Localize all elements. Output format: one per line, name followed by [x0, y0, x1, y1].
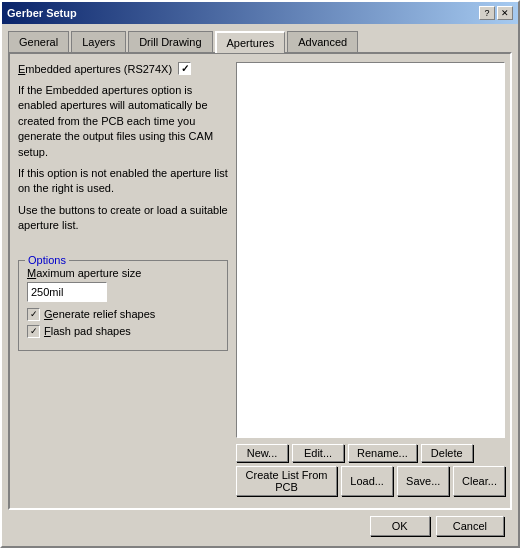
- generate-relief-checkmark: ✓: [30, 309, 38, 319]
- button-row-1: New... Edit... Rename... Delete: [236, 444, 505, 462]
- delete-button[interactable]: Delete: [421, 444, 473, 462]
- flash-pad-checkmark: ✓: [30, 326, 38, 336]
- title-bar-buttons: ? ✕: [479, 6, 513, 20]
- max-aperture-input[interactable]: [27, 282, 107, 302]
- clear-button[interactable]: Clear...: [453, 466, 505, 496]
- embedded-checkmark: ✓: [181, 63, 189, 74]
- tab-layers[interactable]: Layers: [71, 31, 126, 53]
- tab-apertures[interactable]: Apertures: [215, 31, 286, 53]
- ok-button[interactable]: OK: [370, 516, 430, 536]
- flash-pad-label: Flash pad shapes: [44, 325, 131, 337]
- generate-relief-checkbox[interactable]: ✓: [27, 308, 40, 321]
- description-2: If this option is not enabled the apertu…: [18, 166, 228, 197]
- edit-button[interactable]: Edit...: [292, 444, 344, 462]
- title-bar: Gerber Setup ? ✕: [2, 2, 518, 24]
- right-column: New... Edit... Rename... Delete Create L…: [236, 62, 505, 500]
- save-button[interactable]: Save...: [397, 466, 449, 496]
- window-content: General Layers Drill Drawing Apertures A…: [2, 24, 518, 546]
- button-row-2: Create List From PCB Load... Save... Cle…: [236, 466, 505, 496]
- bottom-bar: OK Cancel: [8, 510, 512, 540]
- main-panel: Embedded apertures (RS274X) ✓ If the Emb…: [8, 52, 512, 510]
- flash-pad-row: ✓ Flash pad shapes: [27, 325, 219, 338]
- description-1: If the Embedded apertures option is enab…: [18, 83, 228, 160]
- cancel-button[interactable]: Cancel: [436, 516, 504, 536]
- close-button[interactable]: ✕: [497, 6, 513, 20]
- left-column: Embedded apertures (RS274X) ✓ If the Emb…: [18, 62, 228, 500]
- create-list-button[interactable]: Create List From PCB: [236, 466, 337, 496]
- gerber-setup-window: Gerber Setup ? ✕ General Layers Drill Dr…: [0, 0, 520, 548]
- load-button[interactable]: Load...: [341, 466, 393, 496]
- flash-pad-checkbox[interactable]: ✓: [27, 325, 40, 338]
- generate-relief-label: Generate relief shapes: [44, 308, 155, 320]
- window-title: Gerber Setup: [7, 7, 77, 19]
- embedded-checkbox[interactable]: ✓: [178, 62, 191, 75]
- help-button[interactable]: ?: [479, 6, 495, 20]
- description-3: Use the buttons to create or load a suit…: [18, 203, 228, 234]
- embedded-label: Embedded apertures (RS274X): [18, 63, 172, 75]
- max-aperture-label: Maximum aperture size: [27, 267, 219, 279]
- new-button[interactable]: New...: [236, 444, 288, 462]
- generate-relief-row: ✓ Generate relief shapes: [27, 308, 219, 321]
- aperture-list: [236, 62, 505, 438]
- tab-bar: General Layers Drill Drawing Apertures A…: [8, 30, 512, 52]
- embedded-apertures-row: Embedded apertures (RS274X) ✓: [18, 62, 228, 75]
- options-group: Options Maximum aperture size ✓ Generate…: [18, 260, 228, 351]
- tab-drill-drawing[interactable]: Drill Drawing: [128, 31, 212, 53]
- options-legend: Options: [25, 254, 69, 266]
- rename-button[interactable]: Rename...: [348, 444, 417, 462]
- tab-advanced[interactable]: Advanced: [287, 31, 358, 53]
- tab-general[interactable]: General: [8, 31, 69, 53]
